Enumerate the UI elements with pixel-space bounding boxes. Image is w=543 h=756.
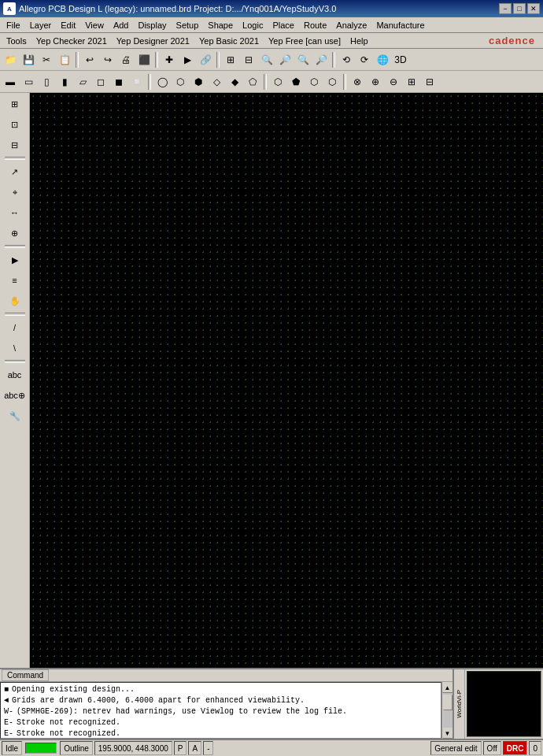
toolbar2-btn-2[interactable]: ▯ bbox=[38, 73, 55, 91]
zoom-tool[interactable]: ⊟ bbox=[4, 135, 26, 154]
menubar: FileLayerEditViewAddDisplaySetupShapeLog… bbox=[0, 17, 543, 33]
toolbar2-btn-9[interactable]: ⬡ bbox=[172, 73, 189, 91]
move-tool[interactable]: ⊡ bbox=[4, 115, 26, 134]
toolbar2-btn-0[interactable]: ▬ bbox=[2, 73, 19, 91]
prop-tool[interactable]: 🔧 bbox=[4, 406, 26, 425]
toolbar2-btn-8[interactable]: ◯ bbox=[153, 73, 171, 91]
menu2-item-3[interactable]: Yep Basic 2021 bbox=[194, 35, 264, 47]
toolbar2-btn-4[interactable]: ▱ bbox=[74, 73, 91, 91]
toolbar2-btn-19[interactable]: ⊕ bbox=[367, 73, 384, 91]
menu-item-setup[interactable]: Setup bbox=[172, 19, 204, 32]
toolbar1-btn-1[interactable]: 💾 bbox=[20, 51, 37, 69]
measure-tool[interactable]: ↔ bbox=[4, 203, 26, 222]
menu-item-edit[interactable]: Edit bbox=[56, 19, 80, 32]
console-line-3: E-Stroke not recognized. bbox=[4, 717, 438, 728]
toolbar1-btn-6[interactable]: 🖨 bbox=[117, 51, 135, 69]
status-outline: Outline bbox=[60, 741, 93, 755]
tb1-separator-4 bbox=[76, 52, 79, 68]
toolbar2-btn-18[interactable]: ⊗ bbox=[349, 73, 366, 91]
toolbar2-btn-7[interactable]: ◽ bbox=[128, 73, 146, 91]
toolbar2-btn-3[interactable]: ▮ bbox=[56, 73, 73, 91]
toolbar1-btn-5[interactable]: ↪ bbox=[99, 51, 116, 69]
toolbar1-btn-8[interactable]: ✚ bbox=[161, 51, 178, 69]
menu2-item-2[interactable]: Yep Designer 2021 bbox=[112, 35, 194, 47]
bottom-panel: Command ■Opening existing design...◄Grid… bbox=[0, 668, 543, 739]
toolbar2-btn-17[interactable]: ⬡ bbox=[323, 73, 341, 91]
route-tool[interactable]: ▶ bbox=[4, 250, 26, 269]
menu-item-add[interactable]: Add bbox=[109, 19, 134, 32]
toolbar1-btn-13[interactable]: 🔍 bbox=[258, 51, 275, 69]
toolbar2-btn-11[interactable]: ◇ bbox=[208, 73, 225, 91]
right-mini-panel: WorldVi-P bbox=[452, 669, 543, 739]
toolbar1-btn-16[interactable]: 🔎 bbox=[312, 51, 330, 69]
menu-item-logic[interactable]: Logic bbox=[238, 19, 268, 32]
menu-item-route[interactable]: Route bbox=[299, 19, 331, 32]
console-scrollbar[interactable]: ▲ ▼ bbox=[441, 682, 452, 739]
status-idle: Idle bbox=[2, 741, 22, 755]
menu-item-analyze[interactable]: Analyze bbox=[331, 19, 371, 32]
scroll-down-button[interactable]: ▼ bbox=[442, 728, 453, 739]
toolbar2-btn-6[interactable]: ◼ bbox=[110, 73, 127, 91]
toolbar2-btn-10[interactable]: ⬢ bbox=[190, 73, 207, 91]
menu-item-view[interactable]: View bbox=[80, 19, 109, 32]
toolbar2-btn-15[interactable]: ⬟ bbox=[287, 73, 305, 91]
toolbar1-btn-7[interactable]: ⬛ bbox=[135, 51, 153, 69]
toolbar1-btn-14[interactable]: 🔎 bbox=[276, 51, 294, 69]
toolbar1-btn-18[interactable]: ⟳ bbox=[356, 51, 373, 69]
toolbar1-btn-10[interactable]: 🔗 bbox=[197, 51, 214, 69]
menu-item-shape[interactable]: Shape bbox=[203, 19, 238, 32]
pan-tool[interactable]: ✋ bbox=[4, 291, 26, 310]
snap-tool[interactable]: ↗ bbox=[4, 162, 26, 181]
titlebar-controls[interactable]: − □ ✕ bbox=[499, 3, 540, 14]
toolbar1-btn-11[interactable]: ⊞ bbox=[222, 51, 239, 69]
select-tool[interactable]: ⊞ bbox=[4, 94, 26, 113]
line-tool[interactable]: / bbox=[4, 318, 26, 337]
scroll-up-button[interactable]: ▲ bbox=[442, 682, 453, 693]
wire-tool[interactable]: \ bbox=[4, 339, 26, 358]
toolbar1-btn-15[interactable]: 🔍 bbox=[294, 51, 312, 69]
toolbar2-btn-13[interactable]: ⬠ bbox=[244, 73, 261, 91]
toolbar2-btn-1[interactable]: ▭ bbox=[20, 73, 37, 91]
toolbar1-btn-2[interactable]: ✂ bbox=[38, 51, 55, 69]
menu-item-manufacture[interactable]: Manufacture bbox=[371, 19, 429, 32]
toolbar1-btn-4[interactable]: ↩ bbox=[81, 51, 98, 69]
minimize-button[interactable]: − bbox=[499, 3, 512, 14]
addtext-tool[interactable]: abc⊕ bbox=[4, 386, 26, 405]
worldview-toggle-button[interactable]: WorldVi-P bbox=[454, 669, 465, 739]
toolbar1-btn-9[interactable]: ▶ bbox=[179, 51, 196, 69]
toolbar2-btn-21[interactable]: ⊞ bbox=[403, 73, 420, 91]
close-button[interactable]: ✕ bbox=[527, 3, 540, 14]
console-tab[interactable]: Command bbox=[2, 669, 49, 681]
menu2-item-4[interactable]: Yep Free [can use] bbox=[264, 35, 345, 47]
toolbar2-btn-16[interactable]: ⬡ bbox=[305, 73, 323, 91]
status-drc[interactable]: DRC bbox=[503, 741, 528, 755]
layer-tool[interactable]: ≡ bbox=[4, 271, 26, 290]
toolbar1-btn-20[interactable]: 3D bbox=[392, 51, 409, 69]
target-tool[interactable]: ⌖ bbox=[4, 183, 26, 202]
toolbar2-btn-20[interactable]: ⊖ bbox=[385, 73, 402, 91]
text-tool[interactable]: abc bbox=[4, 365, 26, 384]
toolbar2-btn-12[interactable]: ◆ bbox=[226, 73, 243, 91]
menu-item-layer[interactable]: Layer bbox=[25, 19, 57, 32]
menu2-item-1[interactable]: Yep Checker 2021 bbox=[31, 35, 112, 47]
menu-item-place[interactable]: Place bbox=[268, 19, 299, 32]
toolbar1-btn-12[interactable]: ⊟ bbox=[240, 51, 257, 69]
menu-item-display[interactable]: Display bbox=[133, 19, 171, 32]
side-sep-15 bbox=[5, 360, 25, 363]
toolbar2-btn-22[interactable]: ⊟ bbox=[421, 73, 438, 91]
add-tool[interactable]: ⊕ bbox=[4, 224, 26, 243]
menu2-item-5[interactable]: Help bbox=[345, 35, 373, 47]
toolbar1-btn-19[interactable]: 🌐 bbox=[374, 51, 391, 69]
maximize-button[interactable]: □ bbox=[513, 3, 526, 14]
scroll-thumb[interactable] bbox=[443, 695, 452, 710]
toolbar1-btn-0[interactable]: 📁 bbox=[2, 51, 19, 69]
toolbar1-btn-17[interactable]: ⟲ bbox=[338, 51, 355, 69]
menu2-item-0[interactable]: Tools bbox=[2, 35, 31, 47]
toolbar2-btn-5[interactable]: ◻ bbox=[92, 73, 109, 91]
toolbar2-btn-14[interactable]: ⬡ bbox=[269, 73, 286, 91]
toolbar1-btn-3[interactable]: 📋 bbox=[56, 51, 73, 69]
menu-item-file[interactable]: File bbox=[2, 19, 25, 32]
canvas-area[interactable] bbox=[30, 93, 543, 668]
status-separator: - bbox=[203, 741, 213, 755]
cadence-logo: cadence bbox=[489, 35, 541, 46]
